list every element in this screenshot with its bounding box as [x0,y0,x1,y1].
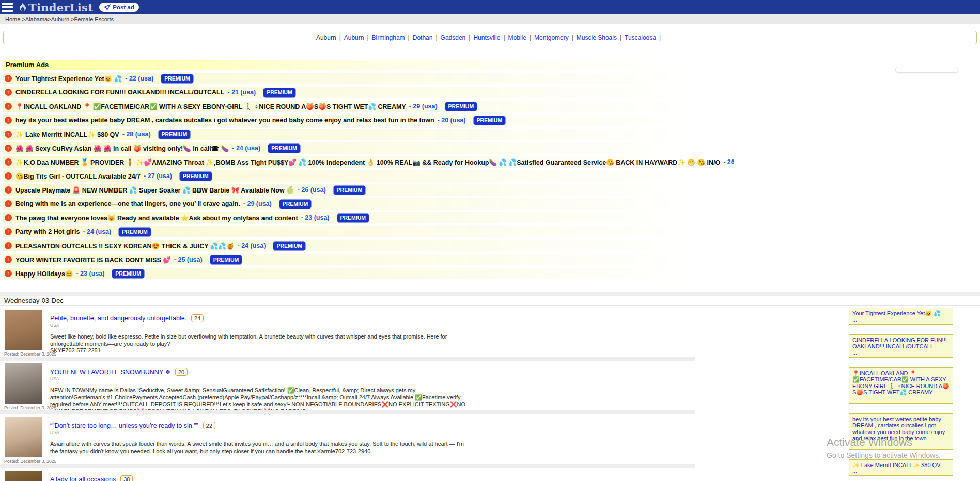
premium-ad-row[interactable]: ↑ PLEASANTON OUTCALLS !! SEXY KOREAN😍 TH… [3,240,734,251]
premium-badge: PREMIUM [445,102,478,111]
up-arrow-icon: ↑ [5,200,12,207]
listing-content: A lady for all occasions 38 USA [50,468,980,481]
premium-section-title: Premium Ads [3,60,734,70]
city-nav-box: Auburn|Auburn|Birmingham|Dothan|Gadsden|… [3,31,977,44]
premium-ad-title[interactable]: ✨ Lake Merritt INCALL✨ $80 QV [15,131,119,138]
up-arrow-icon: ↑ [5,117,12,124]
listing-title-link[interactable]: A lady for all occasions [50,476,116,481]
premium-ads-section: Premium Ads ↑ Your Tightest Experience Y… [0,60,980,279]
listing-title-link[interactable]: Petite, brunette, and dangerously unforg… [50,315,186,322]
premium-ad-row[interactable]: ↑ CINDERELLA LOOKING FOR FUN!!! OAKLAND!… [3,87,734,98]
premium-ad-age: - 23 (usa) [301,214,330,221]
up-arrow-icon: ↑ [5,270,12,277]
premium-rows-list: ↑ Your Tightest Experience Yet😺 💦 - 22 (… [0,73,980,279]
menu-icon[interactable] [2,2,14,13]
premium-ad-title[interactable]: 📍INCALL OAKLAND 📍 ✅FACETIME/CAR✅ WITH A … [15,103,406,110]
city-link[interactable]: Dothan [413,34,433,41]
listing-item[interactable]: Posted: December 3, 2025 YOUR NEW FAVORI… [0,361,980,414]
premium-ad-age: - 24 (usa) [238,242,266,249]
up-arrow-icon: ↑ [5,75,12,82]
premium-ad-age: - 27 (usa) [144,172,172,180]
sidebar-ad-card[interactable]: Your Tightest Experience Yet😺 💦 ... [849,308,953,325]
sidebar-ad-card[interactable]: ✨ Lake Merritt INCALL✨ $80 QV ... [849,459,953,476]
listing-content: Petite, brunette, and dangerously unforg… [50,307,980,355]
breadcrumb-path[interactable]: Home >Alabama>Auburn >Female Escorts [5,16,114,22]
city-separator: | [526,34,534,41]
premium-ad-title[interactable]: Party with 2 Hot girls [15,228,80,235]
up-arrow-icon: ↑ [5,103,12,110]
age-badge: 22 [203,422,215,429]
sidebar-ad-title[interactable]: 📍INCALL OAKLAND 📍 ✅FACETIME/CAR✅ WITH A … [852,370,950,396]
sidebar-ad-card[interactable]: CINDERELLA LOOKING FOR FUN!!! OAKLAND!!!… [849,334,953,358]
premium-ad-row[interactable]: ↑ Your Tightest Experience Yet😺 💦 - 22 (… [3,73,734,84]
sidebar-ad-card[interactable]: 📍INCALL OAKLAND 📍 ✅FACETIME/CAR✅ WITH A … [849,367,953,404]
section-divider [0,292,980,296]
premium-ad-row[interactable]: ↑ 😘Big Tits Girl - OUTCALL Available 24/… [3,170,734,182]
city-link[interactable]: Auburn [344,34,364,41]
premium-ad-title[interactable]: Being with me is an experience—one that … [15,200,240,207]
premium-ad-title[interactable]: CINDERELLA LOOKING FOR FUN!!! OAKLAND!!!… [15,89,224,96]
city-link[interactable]: Tuscaloosa [625,34,656,41]
premium-ad-row[interactable]: ↑ YOUR WINTER FAVORITE IS BACK DONT MISS… [3,254,734,265]
premium-ad-title[interactable]: Your Tightest Experience Yet😺 💦 [15,75,122,83]
premium-ad-row[interactable]: ↑ Party with 2 Hot girls - 24 (usa) PREM… [3,226,734,237]
top-navigation-bar: TinderList Post ad [0,0,980,14]
listings-list: Posted: December 3, 2025 Petite, brunett… [0,307,980,481]
listing-item[interactable]: A lady for all occasions 38 USA [0,468,980,481]
premium-ad-row[interactable]: ↑ 🌺 🌺 Sexy CuRvy Asian 🌺 🌺 in call 🍑 vis… [3,142,734,154]
premium-ad-title[interactable]: 🌺 🌺 Sexy CuRvy Asian 🌺 🌺 in call 🍑 visit… [15,145,229,152]
sidebar-ad-title[interactable]: hey its your best wettes petite baby DRE… [852,416,950,442]
floating-scrollbar-pill[interactable] [895,67,958,73]
city-link[interactable]: Huntsville [473,34,500,41]
premium-ad-row[interactable]: ↑ Being with me is an experience—one tha… [3,198,734,210]
sidebar-ad-title[interactable]: ✨ Lake Merritt INCALL✨ $80 QV [852,462,950,469]
premium-ad-row[interactable]: ↑ 📍INCALL OAKLAND 📍 ✅FACETIME/CAR✅ WITH … [3,101,734,112]
premium-ad-age: - 29 (usa) [243,200,272,207]
listing-title-link[interactable]: YOUR NEW FAVORITE SNOWBUNNY ❄ [50,368,170,376]
post-ad-button[interactable]: Post ad [99,3,139,12]
premium-ad-row[interactable]: ↑ Happy HOlidays😊 - 23 (usa) PREMIUM [3,268,734,279]
breadcrumb[interactable]: Home >Alabama>Auburn >Female Escorts [0,14,980,24]
city-link[interactable]: Birmingham [372,34,405,41]
sidebar-ad-ellipsis: ... [852,350,950,355]
up-arrow-icon: ↑ [5,214,12,221]
sidebar-ad-card[interactable]: hey its your best wettes petite baby DRE… [849,413,953,450]
sidebar-ad-title[interactable]: CINDERELLA LOOKING FOR FUN!!! OAKLAND!!!… [852,337,950,350]
listing-divider [0,464,695,468]
listing-description-text: Asian allure with curves that speak loud… [50,441,471,455]
site-logo[interactable]: TinderList [18,1,93,14]
city-link[interactable]: Montgomery [534,34,569,41]
premium-ad-title[interactable]: YOUR WINTER FAVORITE IS BACK DONT MISS 💕 [15,256,171,264]
listing-photo[interactable] [5,417,42,457]
listing-title-link[interactable]: “"Don’t stare too long… unless you’re re… [50,422,198,429]
posted-date: Posted: December 3, 2025 [4,405,56,410]
premium-ad-row[interactable]: ↑ The pawg that everyone loves😺 Ready an… [3,212,734,223]
premium-ad-title[interactable]: The pawg that everyone loves😺 Ready and … [15,214,298,222]
premium-ad-age: - 29 (usa) [409,103,438,110]
city-link[interactable]: Muscle Shoals [577,34,617,41]
listing-photo[interactable] [5,471,42,481]
listing-item[interactable]: Posted: December 3, 2025 “"Don’t stare t… [0,414,980,468]
premium-ad-title[interactable]: hey its your best wettes petite baby DRE… [15,117,434,124]
premium-badge: PREMIUM [273,241,306,251]
premium-ad-title[interactable]: 😘Big Tits Girl - OUTCALL Available 24/7 [15,172,141,180]
listing-divider [0,357,695,361]
sidebar-ad-ellipsis: ... [852,442,950,447]
premium-ad-row[interactable]: ↑ hey its your best wettes petite baby D… [3,115,734,126]
listing-photo[interactable] [5,310,42,350]
age-badge: 20 [175,368,188,376]
city-link[interactable]: Mobile [508,34,526,41]
city-link[interactable]: Gadsden [441,34,466,41]
premium-ad-row[interactable]: ↑ ✨K.O Daa NUMBER 🏅 PROVIDER 🧍 ✨💕AMAZING… [3,156,734,168]
premium-ad-title[interactable]: ✨K.O Daa NUMBER 🏅 PROVIDER 🧍 ✨💕AMAZING T… [15,158,720,166]
premium-ad-row[interactable]: ↑ ✨ Lake Merritt INCALL✨ $80 QV - 28 (us… [3,129,734,140]
premium-ad-title[interactable]: Upscale Playmate 🚨 NEW NUMBER 💦 Super So… [15,186,294,194]
premium-ad-row[interactable]: ↑ Upscale Playmate 🚨 NEW NUMBER 💦 Super … [3,184,734,196]
up-arrow-icon: ↑ [5,242,12,249]
posted-date: Posted: December 3, 2025 [4,459,56,464]
sidebar-ad-title[interactable]: Your Tightest Experience Yet😺 💦 [852,310,950,317]
listing-item[interactable]: Posted: December 3, 2025 Petite, brunett… [0,307,980,361]
listing-photo[interactable] [5,363,42,404]
premium-ad-title[interactable]: PLEASANTON OUTCALLS !! SEXY KOREAN😍 THIC… [15,242,235,250]
premium-ad-title[interactable]: Happy HOlidays😊 [15,270,73,278]
